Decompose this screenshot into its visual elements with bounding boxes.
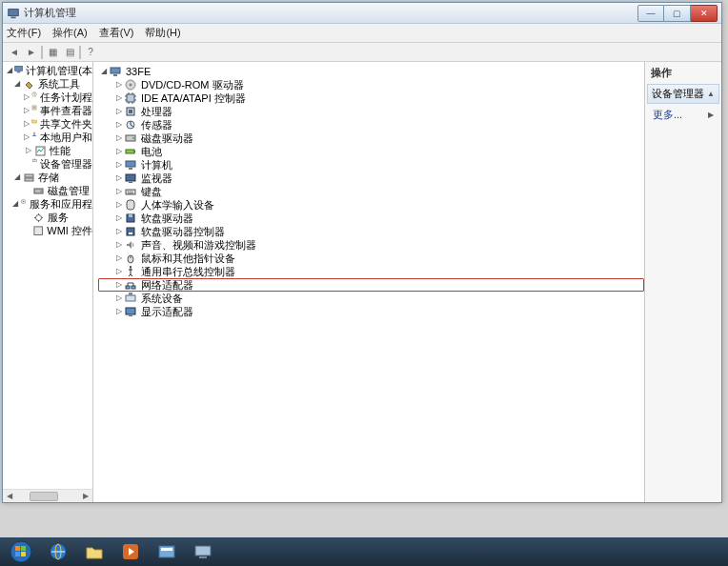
taskbar-media-icon[interactable] <box>114 539 147 564</box>
device-category-row[interactable]: ▷网络适配器 <box>98 278 644 292</box>
expand-icon[interactable]: ▷ <box>114 292 124 305</box>
expand-icon[interactable]: ▷ <box>114 225 124 238</box>
menu-help[interactable]: 帮助(H) <box>145 26 180 40</box>
separator-icon <box>41 46 43 59</box>
device-category-row[interactable]: ▷电池 <box>99 145 644 158</box>
svg-rect-1 <box>10 16 15 18</box>
tree-item-storage[interactable]: ◢ 存储 <box>7 171 92 184</box>
tree-item-shared-folders[interactable]: ▷ 共享文件夹 <box>7 117 92 131</box>
scroll-thumb[interactable] <box>30 492 58 501</box>
device-category-label: 显示适配器 <box>141 305 193 318</box>
device-category-row[interactable]: ▷声音、视频和游戏控制器 <box>99 238 644 252</box>
tree-item-system-tools[interactable]: ◢ 系统工具 <box>7 77 92 91</box>
svg-point-16 <box>36 214 42 220</box>
expand-icon[interactable]: ▷ <box>114 198 124 212</box>
maximize-button[interactable]: ▢ <box>664 5 691 22</box>
device-category-row[interactable]: ▷磁盘驱动器 <box>99 131 644 145</box>
expand-icon[interactable]: ▷ <box>114 131 124 145</box>
collapse-icon[interactable]: ◢ <box>12 200 18 209</box>
event-icon <box>31 105 37 117</box>
device-category-row[interactable]: ▷DVD/CD-ROM 驱动器 <box>99 78 644 91</box>
collapse-icon[interactable]: ◢ <box>99 65 109 78</box>
actions-more-link[interactable]: 更多... ▶ <box>647 104 719 126</box>
tree-item-event-viewer[interactable]: ▷ 事件查看器 <box>7 104 92 117</box>
svg-rect-44 <box>126 295 135 301</box>
expand-icon[interactable]: ▷ <box>114 78 124 91</box>
scroll-left-arrow[interactable]: ◀ <box>3 491 16 502</box>
expand-icon[interactable]: ▷ <box>24 133 30 142</box>
taskbar-app2-icon[interactable] <box>187 539 219 564</box>
scroll-right-arrow[interactable]: ▶ <box>79 491 92 502</box>
collapse-icon[interactable]: ◢ <box>12 80 21 89</box>
device-category-row[interactable]: ▷处理器 <box>99 105 644 118</box>
device-tree-root[interactable]: ◢ 33FE <box>99 64 644 78</box>
taskbar-ie-icon[interactable] <box>42 539 74 564</box>
device-category-row[interactable]: ▷鼠标和其他指针设备 <box>99 252 644 265</box>
tree-item-local-users[interactable]: ▷ 本地用户和 <box>7 131 92 144</box>
device-category-row[interactable]: ▷通用串行总线控制器 <box>99 265 644 278</box>
svg-rect-49 <box>15 546 20 551</box>
device-category-row[interactable]: ▷监视器 <box>99 172 644 185</box>
minimize-button[interactable]: — <box>637 5 664 22</box>
view-button[interactable]: ▤ <box>62 45 77 60</box>
back-button[interactable]: ◄ <box>7 45 22 60</box>
expand-icon[interactable]: ▷ <box>114 91 124 105</box>
up-button[interactable]: ▦ <box>45 45 60 60</box>
device-category-row[interactable]: ▷键盘 <box>99 185 644 198</box>
expand-icon[interactable]: ▷ <box>114 278 124 292</box>
menu-view[interactable]: 查看(V) <box>99 26 134 40</box>
menu-file[interactable]: 文件(F) <box>7 26 41 40</box>
device-category-row[interactable]: ▷显示适配器 <box>99 305 644 318</box>
device-category-row[interactable]: ▷系统设备 <box>99 292 644 305</box>
taskbar-explorer-icon[interactable] <box>78 539 111 564</box>
taskbar-app1-icon[interactable] <box>151 539 183 564</box>
expand-icon[interactable]: ▷ <box>24 120 30 129</box>
tree-item-wmi[interactable]: WMI 控件 <box>7 224 92 237</box>
collapse-icon[interactable]: ◢ <box>7 67 12 75</box>
tree-item-task-scheduler[interactable]: ▷ 任务计划程 <box>7 91 92 104</box>
menu-action[interactable]: 操作(A) <box>52 26 88 40</box>
expand-icon[interactable]: ▷ <box>114 265 124 278</box>
left-scrollbar[interactable]: ◀ ▶ <box>3 489 92 502</box>
device-category-row[interactable]: ▷软盘驱动器控制器 <box>99 225 644 238</box>
expand-icon[interactable]: ▷ <box>114 118 124 131</box>
titlebar[interactable]: 计算机管理 — ▢ ✕ <box>3 3 721 24</box>
computer-icon <box>14 65 23 77</box>
tree-item-disk-mgmt[interactable]: 磁盘管理 <box>7 184 92 197</box>
main-content: ◢ 计算机管理(本 ◢ 系统工具 ▷ 任务计划程 ▷ 事件查看 <box>3 62 721 502</box>
expand-icon[interactable]: ▷ <box>24 93 30 102</box>
expand-icon[interactable]: ▷ <box>114 158 124 172</box>
tree-item-performance[interactable]: ▷ 性能 <box>7 144 92 157</box>
forward-button[interactable]: ► <box>24 45 39 60</box>
tree-label: WMI 控件 <box>47 224 92 237</box>
close-button[interactable]: ✕ <box>691 5 718 22</box>
expand-icon[interactable]: ▷ <box>114 252 124 265</box>
expand-icon[interactable]: ▷ <box>114 172 124 185</box>
device-category-row[interactable]: ▷计算机 <box>99 158 644 172</box>
disk-icon <box>32 185 45 197</box>
tree-item-services[interactable]: 服务 <box>7 211 92 224</box>
expand-icon[interactable]: ▷ <box>114 145 124 158</box>
device-category-row[interactable]: ▷人体学输入设备 <box>99 198 644 212</box>
battery-icon <box>124 145 137 158</box>
help-button[interactable]: ? <box>83 45 98 60</box>
expand-icon[interactable]: ▷ <box>114 212 124 225</box>
device-category-row[interactable]: ▷IDE ATA/ATAPI 控制器 <box>99 91 644 105</box>
tree-item-device-manager[interactable]: 设备管理器 <box>7 157 92 171</box>
device-category-label: 声音、视频和游戏控制器 <box>141 238 256 252</box>
device-category-label: 磁盘驱动器 <box>141 131 193 145</box>
expand-icon[interactable]: ▷ <box>114 238 124 252</box>
tree-item-services-apps[interactable]: ◢ 服务和应用程 <box>7 197 92 211</box>
expand-icon[interactable]: ▷ <box>114 305 124 318</box>
start-button[interactable] <box>4 539 38 564</box>
device-category-row[interactable]: ▷软盘驱动器 <box>99 212 644 225</box>
expand-icon[interactable]: ▷ <box>24 147 32 155</box>
collapse-icon[interactable]: ◢ <box>12 173 21 182</box>
actions-section[interactable]: 设备管理器 ▲ <box>647 84 719 104</box>
expand-icon[interactable]: ▷ <box>24 107 30 115</box>
device-category-row[interactable]: ▷传感器 <box>99 118 644 131</box>
expand-icon[interactable]: ▷ <box>114 105 124 118</box>
tree-item-root[interactable]: ◢ 计算机管理(本 <box>7 64 92 77</box>
expand-icon[interactable]: ▷ <box>114 185 124 198</box>
computer-icon <box>124 158 137 172</box>
